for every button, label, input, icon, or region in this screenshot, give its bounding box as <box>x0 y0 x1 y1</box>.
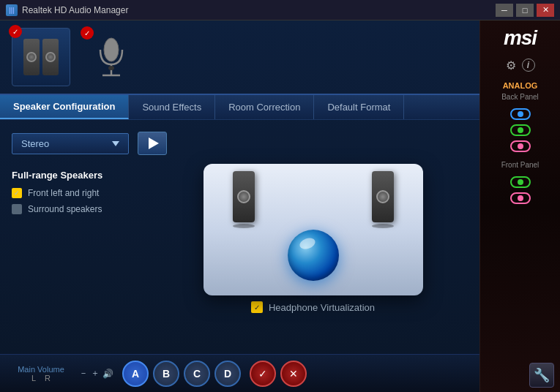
speaker-visual <box>23 39 59 75</box>
stage-cone-left <box>237 190 250 203</box>
back-port-blue-inner <box>518 111 523 117</box>
speaker-dropdown[interactable]: Stereo <box>12 133 129 154</box>
dropdown-arrow-icon <box>112 141 119 146</box>
dropdown-value: Stereo <box>21 138 49 149</box>
svg-point-0 <box>104 38 119 61</box>
volume-control: Main Volume L R <box>12 365 70 382</box>
svg-point-3 <box>108 66 114 70</box>
back-panel-ports <box>510 108 531 152</box>
vol-plus-icon: ＋ <box>91 367 100 380</box>
front-port-pink[interactable] <box>510 192 531 204</box>
front-port-green-inner <box>518 179 523 185</box>
controls-row: Stereo <box>12 132 468 155</box>
left-label: L <box>31 374 36 382</box>
top-icons: ✓ ✓ <box>0 20 479 94</box>
stage-speaker-unit-left <box>233 171 255 222</box>
headphone-virt-checkbox[interactable]: ✓ <box>251 301 263 313</box>
options-title: Full-range Speakers <box>12 170 143 181</box>
option-surround: Surround speakers <box>12 204 143 214</box>
speaker-unit-left <box>23 39 40 75</box>
speaker-icon-box: ✓ <box>12 28 70 86</box>
confirm-button[interactable]: ✓ <box>250 361 276 387</box>
bottom-bar: Main Volume L R － ＋ 🔊 A B <box>0 354 479 392</box>
speaker-cone-left <box>26 52 37 62</box>
option-label-front: Front left and right <box>28 188 99 198</box>
stage-shadow-right <box>372 224 394 228</box>
right-label: R <box>45 374 51 382</box>
sidebar-top-icons: ⚙ i <box>506 59 535 72</box>
volume-row: L R <box>31 374 51 382</box>
panel-content: Stereo Full-range Speakers ✓ Front left … <box>0 120 479 354</box>
stage-shadow-left <box>233 224 255 228</box>
headphone-virt-label: Headphone Virtualization <box>269 302 375 313</box>
tab-speaker-configuration[interactable]: Speaker Configuration <box>0 95 129 119</box>
tab-sound-effects[interactable]: Sound Effects <box>129 95 215 119</box>
vol-minus-icon: － <box>79 367 88 380</box>
visualization-area: Full-range Speakers ✓ Front left and rig… <box>12 164 468 342</box>
main-layout: ✓ ✓ <box>0 20 560 392</box>
tab-nav: Speaker Configuration Sound Effects Room… <box>0 94 479 120</box>
microphone-icon <box>89 31 133 83</box>
mic-icon-box: ✓ <box>82 28 141 86</box>
cancel-button-red[interactable]: ✕ <box>280 361 307 387</box>
eq-button-b[interactable]: B <box>153 361 179 387</box>
front-panel-label: Front Panel <box>501 161 540 169</box>
back-port-pink-inner <box>518 143 523 149</box>
checkbox-surround[interactable] <box>12 204 22 214</box>
gear-icon[interactable]: ⚙ <box>506 59 516 72</box>
speaker-vol-icon: 🔊 <box>102 369 113 379</box>
vol-icons: － ＋ 🔊 <box>79 367 113 380</box>
options-panel: Full-range Speakers ✓ Front left and rig… <box>12 164 143 220</box>
eq-button-c[interactable]: C <box>184 361 210 387</box>
title-bar: ||| Realtek HD Audio Manager ─ □ ✕ <box>0 0 560 20</box>
speaker-unit-right <box>42 39 59 75</box>
stage-speaker-unit-right <box>372 171 394 222</box>
tab-default-format[interactable]: Default Format <box>314 95 404 119</box>
minimize-button[interactable]: ─ <box>496 4 513 17</box>
stage-speaker-right <box>372 171 394 228</box>
stage-platform <box>204 164 423 295</box>
stage-speaker-left <box>233 171 255 228</box>
front-port-green[interactable] <box>510 176 531 188</box>
option-label-surround: Surround speakers <box>28 204 102 214</box>
front-port-pink-inner <box>518 195 523 201</box>
window-title: Realtek HD Audio Manager <box>22 5 128 15</box>
wrench-button[interactable]: 🔧 <box>529 363 554 388</box>
checkbox-front[interactable]: ✓ <box>12 188 22 198</box>
maximize-button[interactable]: □ <box>516 4 534 17</box>
app-icon: ||| <box>6 4 18 16</box>
back-panel-label: Back Panel <box>501 93 539 101</box>
play-button[interactable] <box>138 132 167 155</box>
eq-button-a[interactable]: A <box>122 361 149 387</box>
front-panel-ports <box>510 176 531 204</box>
mic-check-badge: ✓ <box>81 26 94 39</box>
analog-label: ANALOG <box>503 81 538 90</box>
headphone-virtualization-row: ✓ Headphone Virtualization <box>251 301 375 313</box>
volume-label: Main Volume <box>15 365 67 374</box>
msi-logo: msi <box>504 26 537 50</box>
eq-button-d[interactable]: D <box>214 361 241 387</box>
close-button[interactable]: ✕ <box>537 4 554 17</box>
stage-orb <box>288 230 339 281</box>
play-icon <box>149 137 159 149</box>
option-front-left-right: ✓ Front left and right <box>12 188 143 198</box>
orb-highlight <box>298 236 316 252</box>
check-badge: ✓ <box>9 25 22 38</box>
back-port-green-inner <box>518 127 523 133</box>
info-icon[interactable]: i <box>522 59 535 72</box>
speaker-stage: ✓ Headphone Virtualization <box>158 164 468 313</box>
title-bar-left: ||| Realtek HD Audio Manager <box>6 4 128 16</box>
stage-cone-right <box>376 190 389 203</box>
back-port-green[interactable] <box>510 124 531 136</box>
back-port-blue[interactable] <box>510 108 531 120</box>
content-area: ✓ ✓ <box>0 20 479 392</box>
title-bar-controls: ─ □ ✕ <box>496 4 554 17</box>
speaker-cone-right <box>45 52 56 62</box>
wrench-icon: 🔧 <box>534 367 550 383</box>
bottom-right-buttons: ✓ ✕ <box>250 361 307 387</box>
back-port-pink[interactable] <box>510 140 531 152</box>
tab-room-correction[interactable]: Room Correction <box>215 95 314 119</box>
eq-buttons: A B C D <box>122 361 241 387</box>
right-sidebar: msi ⚙ i ANALOG Back Panel Front Panel <box>479 20 560 392</box>
